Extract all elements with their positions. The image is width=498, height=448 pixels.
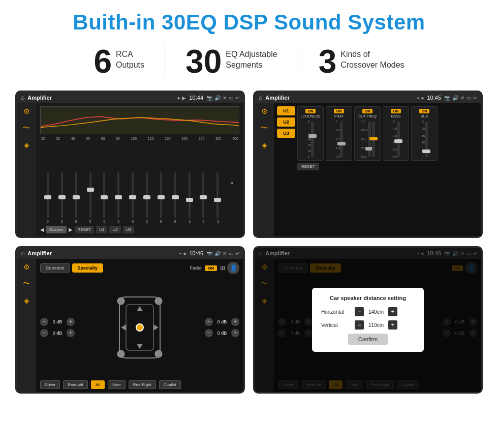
fader-slider-icon: ⊞: [220, 264, 225, 272]
eq-u3-btn[interactable]: U3: [123, 226, 134, 233]
svg-marker-14: [153, 324, 159, 331]
wave-icon-2[interactable]: 〜: [261, 124, 268, 133]
rearleft-btn[interactable]: RearLeft: [63, 380, 88, 389]
db-plus-4[interactable]: +: [231, 329, 239, 337]
eq-u1-btn[interactable]: U1: [96, 226, 107, 233]
all-btn[interactable]: All: [91, 380, 105, 389]
db-val-3: 0 dB: [215, 319, 229, 324]
rearright-btn[interactable]: RearRight: [129, 380, 156, 389]
horizontal-plus-btn[interactable]: +: [388, 307, 397, 316]
eq-custom-btn[interactable]: Custom: [46, 226, 67, 233]
amp2-channels-row: ON LOUDNESS G~~ 4832 160: [297, 106, 478, 161]
home-icon-2[interactable]: ⌂: [259, 94, 262, 101]
phat-on-btn[interactable]: ON: [334, 109, 345, 113]
user-icon-btn-3[interactable]: 👤: [227, 262, 239, 274]
eq-slider-5: 0: [112, 172, 125, 223]
db-plus-1[interactable]: +: [67, 318, 75, 326]
eq-slider-9: 0: [169, 172, 182, 223]
copilot-btn[interactable]: Copilot: [159, 380, 181, 389]
grid-icon-3: ▪: [179, 251, 181, 256]
loudness-on-btn[interactable]: ON: [305, 109, 316, 113]
svg-marker-11: [137, 306, 143, 311]
eq-reset-btn[interactable]: RESET: [75, 226, 95, 233]
eq-slider-arrow[interactable]: »: [225, 180, 238, 186]
fader-on-badge[interactable]: ON: [205, 265, 217, 271]
db-minus-1[interactable]: −: [40, 318, 48, 326]
grid-icon: ▪: [417, 95, 419, 101]
speaker-icon[interactable]: ◈: [24, 141, 29, 149]
bass-slider[interactable]: [397, 122, 400, 157]
eq-next-btn[interactable]: ▶: [69, 227, 73, 232]
home-icon[interactable]: ⌂: [21, 94, 24, 101]
preset-u1-btn[interactable]: U1: [277, 106, 295, 115]
confirm-button[interactable]: Confirm: [348, 334, 388, 345]
user-btn[interactable]: User: [108, 380, 126, 389]
vertical-label: Vertical: [321, 322, 352, 328]
camera-icon: 📷: [206, 95, 212, 101]
vertical-minus-btn[interactable]: −: [355, 320, 364, 330]
eq-prev-btn[interactable]: ◀: [40, 227, 44, 232]
loudness-label: LOUDNESS: [301, 114, 321, 118]
eq-bottom-controls: ◀ Custom ▶ RESET U1 U2 U3: [40, 226, 239, 233]
vertical-control: − 110cm +: [355, 320, 397, 330]
cutfreq-slider2[interactable]: [372, 122, 375, 157]
sb3-right-icons: 📷 🔊 ✕ ▭ ↩: [206, 251, 239, 256]
fader-bottom-btns: Driver RearLeft All User RearRight Copil…: [40, 380, 239, 389]
close-icon: ✕: [223, 95, 227, 101]
close-icon-2: ✕: [460, 95, 464, 101]
tab-common[interactable]: Common: [40, 263, 70, 273]
camera-icon-2: 📷: [444, 95, 450, 101]
eq-slider-4: 0: [98, 172, 111, 223]
db-row-1: − 0 dB +: [40, 318, 75, 326]
back-icon-2: ↩: [473, 95, 477, 101]
db-minus-4[interactable]: −: [205, 329, 213, 337]
eq-slider-0: 0: [41, 172, 54, 223]
close-icon-3: ✕: [223, 251, 227, 256]
eq-icon-3[interactable]: ⚙: [23, 263, 30, 271]
driver-btn[interactable]: Driver: [40, 380, 60, 389]
loudness-slider[interactable]: [311, 122, 314, 157]
db-plus-2[interactable]: +: [67, 329, 75, 337]
horizontal-minus-btn[interactable]: −: [355, 307, 364, 316]
phat-slider[interactable]: [340, 122, 343, 157]
preset-u3-btn[interactable]: U3: [277, 129, 295, 138]
vertical-plus-btn[interactable]: +: [388, 320, 397, 330]
channel-cutfreq: ON CUT FREQ F G 100Hz 80Hz 70Hz 60Hz: [354, 106, 381, 161]
svg-point-8: [117, 350, 124, 357]
svg-point-6: [117, 297, 124, 305]
minimize-icon: ▭: [229, 95, 233, 101]
eq-icon[interactable]: ⚙: [23, 107, 30, 115]
eq-freq-labels: 25 32 40 50 63 80 100 125 160 200 250 32…: [40, 137, 239, 140]
preset-u2-btn[interactable]: U2: [277, 117, 295, 127]
dialog-vertical-row: Vertical − 110cm +: [321, 320, 415, 330]
eq-slider-12: -1: [211, 172, 224, 223]
eq-sliders: 0 0 0 5 0 0 0 0 0 0 -1 0 -1 »: [40, 142, 239, 223]
db-plus-3[interactable]: +: [231, 318, 239, 326]
sub-slider[interactable]: [425, 122, 428, 157]
tab-specialty[interactable]: Specialty: [72, 263, 104, 273]
screen3-content: ⚙ 〜 ◈ Common Specialty Fader ON ⊞: [17, 259, 243, 392]
vertical-value: 110cm: [366, 322, 386, 328]
bass-on-btn[interactable]: ON: [391, 109, 401, 113]
speaker-icon-2[interactable]: ◈: [262, 141, 267, 149]
db-minus-3[interactable]: −: [205, 318, 213, 326]
eq-u2-btn[interactable]: U2: [109, 226, 120, 233]
sb1-title: Amplifier: [27, 95, 174, 101]
wave-icon[interactable]: 〜: [23, 124, 30, 133]
cutfreq-on-btn[interactable]: ON: [362, 109, 373, 113]
eq-icon-2[interactable]: ⚙: [261, 107, 268, 115]
db-val-2: 0 dB: [50, 331, 65, 336]
dialog-horizontal-row: Horizontal − 140cm +: [321, 307, 415, 316]
speaker-icon-3[interactable]: ◈: [24, 296, 29, 305]
fader-main: Common Specialty Fader ON ⊞ 👤: [36, 259, 243, 392]
wave-icon-3[interactable]: 〜: [23, 279, 30, 288]
page-title: Buith-in 30EQ DSP Sound System: [15, 10, 483, 35]
horizontal-value: 140cm: [366, 309, 386, 315]
db-minus-2[interactable]: −: [40, 329, 48, 337]
home-icon-3[interactable]: ⌂: [21, 250, 24, 257]
sub-on-btn[interactable]: ON: [419, 109, 430, 113]
volume-icon: 🔊: [214, 95, 221, 101]
volume-icon-2: 🔊: [452, 95, 458, 101]
amp2-reset-btn[interactable]: RESET: [297, 163, 319, 170]
db-val-4: 0 dB: [215, 331, 229, 336]
